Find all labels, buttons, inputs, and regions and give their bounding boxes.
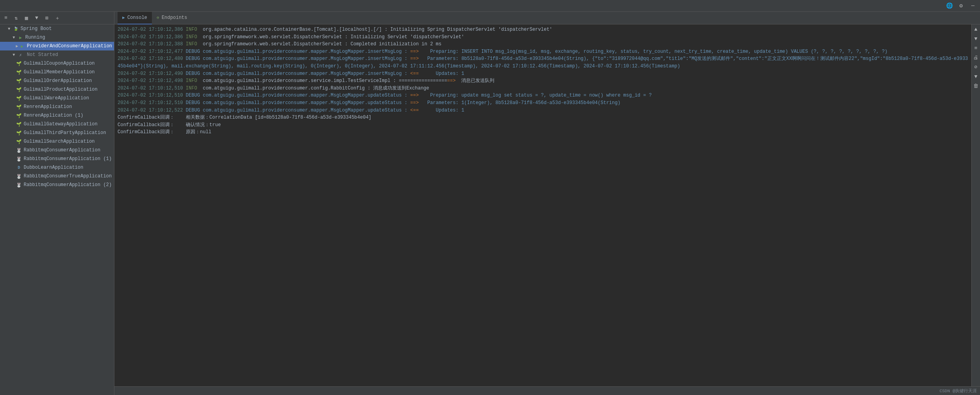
running-arrow: ▼	[11, 35, 17, 40]
tree-item-gulimall-product[interactable]: 🌱 GulimallProductApplication	[0, 85, 114, 94]
tree-item-gulimall-search[interactable]: 🌱 GulimallSearchApplication	[0, 137, 114, 146]
wrap-text-btn[interactable]: ≡	[973, 45, 979, 51]
print-btn[interactable]: 🖨	[973, 54, 979, 61]
rabbitmq-consumer-1-icon: 🐰	[16, 156, 22, 162]
tree-item-rabbitmq-consumer-1[interactable]: 🐰 RabbitmqConsumerApplication (1)	[0, 155, 114, 163]
endpoints-tab-label: Endpoints	[162, 15, 187, 20]
console-output[interactable]: 2024-07-02 17:10:12,386 INFO org.apache.…	[114, 24, 971, 386]
provider-consumer-label: ProviderAndConsumerApplication :8	[27, 43, 114, 49]
rabbitmq-consumer-icon: 🐰	[16, 147, 22, 153]
tree-item-gulimall-ware[interactable]: 🌱 GulimallWareApplication	[0, 94, 114, 102]
log-line: ConfirmCallback回调： 原因：null	[118, 129, 968, 136]
tree-item-rabbitmq-consumer-true[interactable]: 🐰 RabbitmqConsumerTrueApplication	[0, 172, 114, 181]
log-line: 2024-07-02 17:10:12,386 INFO org.springf…	[118, 34, 968, 41]
log-line: 2024-07-02 17:10:12,510 DEBUG com.atguig…	[118, 92, 968, 99]
not-started-arrow: ▼	[11, 52, 17, 58]
gulimall-coupon-label: GulimallCouponApplication	[24, 61, 95, 66]
rabbitmq-consumer-1-label: RabbitmqConsumerApplication (1)	[24, 156, 112, 162]
log-line: 2024-07-02 17:10:12,510 INFO com.atguigu…	[118, 85, 968, 92]
dubbo-learn-label: DubboLearnApplication	[24, 165, 83, 170]
tab-bar: ▶ Console ⊕ Endpoints	[114, 12, 980, 24]
tree-item-rabbitmq-consumer-2[interactable]: 🐰 RabbitmqConsumerApplication (2)	[0, 181, 114, 189]
log-line: 2024-07-02 17:10:12,510 DEBUG com.atguig…	[118, 99, 968, 107]
status-text: CSDN @执键行天涯	[939, 388, 977, 394]
gulimall-search-label: GulimallSearchApplication	[24, 139, 95, 144]
provider-consumer-arrow: ▶	[16, 43, 18, 49]
delete-btn[interactable]: 🗑	[973, 83, 979, 89]
scroll-up-btn[interactable]: ▲	[973, 26, 979, 32]
tab-endpoints[interactable]: ⊕ Endpoints	[152, 12, 192, 24]
tab-console[interactable]: ▶ Console	[118, 12, 152, 24]
gulimall-member-icon: 🌱	[16, 69, 22, 75]
log-line: 2024-07-02 17:10:12,388 INFO org.springf…	[118, 41, 968, 48]
log-line: 2024-07-02 17:10:12,480 DEBUG com.atguig…	[118, 55, 968, 70]
renren-label: RenrenApplication	[24, 104, 72, 110]
gulimall-thirdparty-icon: 🌱	[16, 130, 22, 136]
clear-btn[interactable]: ⊘	[973, 64, 979, 70]
filter-icon[interactable]: ▼	[33, 15, 40, 22]
tree-item-gulimall-order[interactable]: 🌱 GulimallOrderApplication	[0, 76, 114, 85]
sidebar-tree: ▼ 🍃 Spring Boot ▼ ▶ Running ▶ ▶ Provider…	[0, 24, 114, 395]
collapse-all-icon[interactable]: ≡	[2, 15, 9, 22]
not-started-label: Not Started	[25, 52, 58, 58]
log-line: ConfirmCallback回调： 确认情况：true	[118, 121, 968, 129]
log-line: 2024-07-02 17:10:12,522 DEBUG com.atguig…	[118, 107, 968, 114]
running-icon: ▶	[17, 34, 24, 41]
renren-1-label: RenrenApplication (1)	[24, 113, 83, 118]
side-buttons: ▲ ▼ ≡ 🖨 ⊘ ▼ 🗑	[971, 24, 980, 386]
tree-item-running[interactable]: ▼ ▶ Running	[0, 33, 114, 42]
gulimall-ware-icon: 🌱	[16, 95, 22, 101]
tree-item-spring-boot[interactable]: ▼ 🍃 Spring Boot	[0, 24, 114, 33]
gulimall-thirdparty-label: GulimallThirdPartyApplication	[24, 130, 106, 136]
tree-item-dubbo-learn[interactable]: D DubboLearnApplication	[0, 163, 114, 172]
rabbitmq-consumer-label: RabbitmqConsumerApplication	[24, 147, 100, 153]
expand-icon[interactable]: ⇅	[13, 15, 20, 22]
gear-icon[interactable]: ⚙	[957, 2, 965, 10]
running-label: Running	[25, 35, 45, 40]
globe-icon[interactable]: 🌐	[945, 2, 953, 10]
tree-item-renren-1[interactable]: 🌱 RenrenApplication (1)	[0, 111, 114, 120]
minimize-icon[interactable]: ─	[969, 2, 977, 10]
not-started-icon: ✗	[17, 52, 24, 58]
gulimall-gateway-icon: 🌱	[16, 121, 22, 127]
gulimall-search-icon: 🌱	[16, 138, 22, 145]
sidebar-toolbar: ≡ ⇅ ▦ ▼ ⊞ ＋	[0, 12, 114, 24]
tree-item-rabbitmq-consumer[interactable]: 🐰 RabbitmqConsumerApplication	[0, 146, 114, 155]
tree-item-not-started[interactable]: ▼ ✗ Not Started	[0, 50, 114, 59]
gulimall-order-icon: 🌱	[16, 78, 22, 84]
tree-item-provider-consumer[interactable]: ▶ ▶ ProviderAndConsumerApplication :8	[0, 42, 114, 50]
tree-item-gulimall-gateway[interactable]: 🌱 GulimallGatewayApplication	[0, 120, 114, 129]
tree-item-gulimall-thirdparty[interactable]: 🌱 GulimallThirdPartyApplication	[0, 129, 114, 137]
log-line: 2024-07-02 17:10:12,498 INFO com.atguigu…	[118, 77, 968, 85]
rabbitmq-consumer-true-icon: 🐰	[16, 173, 22, 179]
group-icon[interactable]: ▦	[23, 15, 30, 22]
add-icon[interactable]: ＋	[54, 15, 61, 22]
top-bar-icons: 🌐 ⚙ ─	[945, 2, 977, 10]
filter-btn[interactable]: ▼	[973, 73, 979, 80]
tree-item-renren[interactable]: 🌱 RenrenApplication	[0, 102, 114, 111]
rabbitmq-consumer-2-icon: 🐰	[16, 182, 22, 188]
rabbitmq-consumer-true-label: RabbitmqConsumerTrueApplication	[24, 173, 112, 179]
spring-boot-icon: 🍃	[13, 26, 19, 32]
dubbo-learn-icon: D	[16, 164, 22, 171]
main-layout: ≡ ⇅ ▦ ▼ ⊞ ＋ ▼ 🍃 Spring Boot ▼ ▶ Running …	[0, 12, 980, 395]
log-line: 2024-07-02 17:10:12,386 INFO org.apache.…	[118, 26, 968, 34]
gulimall-ware-label: GulimallWareApplication	[24, 95, 89, 101]
tree-item-gulimall-coupon[interactable]: 🌱 GulimallCouponApplication	[0, 59, 114, 68]
tree-item-gulimall-member[interactable]: 🌱 GulimallMemberApplication	[0, 68, 114, 76]
log-line: 2024-07-02 17:10:12,490 DEBUG com.atguig…	[118, 70, 968, 78]
sidebar: ≡ ⇅ ▦ ▼ ⊞ ＋ ▼ 🍃 Spring Boot ▼ ▶ Running …	[0, 12, 114, 395]
gulimall-product-label: GulimallProductApplication	[24, 87, 97, 92]
console-icon: ▶	[122, 15, 125, 20]
console-area: 2024-07-02 17:10:12,386 INFO org.apache.…	[114, 24, 980, 386]
console-tab-label: Console	[127, 15, 147, 20]
log-line: ConfirmCallback回调： 相关数据：CorrelationData …	[118, 114, 968, 121]
renren-1-icon: 🌱	[16, 112, 22, 119]
sort-icon[interactable]: ⊞	[43, 15, 50, 22]
gulimall-gateway-label: GulimallGatewayApplication	[24, 121, 97, 127]
status-bar: CSDN @执键行天涯	[114, 386, 980, 395]
scroll-down-btn[interactable]: ▼	[973, 35, 979, 42]
gulimall-member-label: GulimallMemberApplication	[24, 69, 95, 75]
provider-consumer-icon: ▶	[19, 43, 25, 49]
renren-icon: 🌱	[16, 104, 22, 110]
